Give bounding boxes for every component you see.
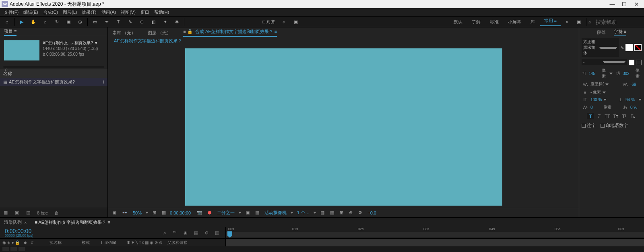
col-parent[interactable]: 父级和链接	[167, 240, 188, 246]
timeline-track-area[interactable]	[225, 239, 644, 247]
faux-italic[interactable]: T	[595, 113, 603, 119]
paragraph-tab[interactable]: 段落	[597, 29, 606, 35]
col-number[interactable]: #	[31, 240, 45, 245]
character-tab[interactable]: 字符 ≡	[614, 29, 626, 36]
font-size-value[interactable]: 145	[589, 71, 600, 76]
search-input[interactable]	[594, 18, 642, 26]
tl-draft3d-icon[interactable]: ◉	[182, 229, 189, 236]
comp-name-label[interactable]: AE怎样制作文…- 翻页效果? ▼	[43, 40, 98, 46]
composition-thumbnail[interactable]	[4, 40, 39, 60]
exposure-icon[interactable]: ⚙	[357, 210, 364, 215]
new-folder-button[interactable]: ▣	[13, 209, 21, 217]
new-comp-button[interactable]: ▥	[24, 209, 32, 217]
vb1-icon[interactable]: ▥	[319, 210, 326, 215]
bbox-icon[interactable]: ▣	[291, 17, 301, 27]
resolution-icon[interactable]: ⊞	[151, 210, 158, 215]
magnify-icon[interactable]: ▣	[111, 210, 118, 215]
bpc-button[interactable]: 8 bpc	[35, 209, 50, 217]
workspace-more-icon[interactable]: »	[562, 17, 572, 27]
views-dropdown[interactable]: 1 个…	[296, 210, 311, 216]
vb4-icon[interactable]: ⊕	[347, 210, 354, 215]
project-item[interactable]: ▦ AE怎样制作文字描边和翻页效果? ⫲	[0, 78, 107, 86]
switch-icons[interactable]: ✱✱╲fx▦◉⊘⊙	[127, 240, 163, 245]
render-queue-tab[interactable]: 渲染队列	[4, 219, 22, 225]
small-caps[interactable]: Tᴛ	[612, 113, 619, 119]
no-color-icon[interactable]	[636, 60, 642, 65]
stroke-color-swatch[interactable]	[634, 44, 642, 51]
leading-value[interactable]: 302	[623, 71, 634, 76]
snapshot-button[interactable]: 📷	[195, 210, 204, 215]
tsume-value[interactable]: 0 %	[630, 105, 642, 110]
time-ruler[interactable]: 00s 01s 02s 03s 04s 05s 06s	[225, 227, 644, 238]
home-tool[interactable]: ⌂	[2, 17, 12, 27]
workspace-default[interactable]: 默认	[450, 19, 466, 25]
flowchart-icon[interactable]: ⫲	[103, 79, 104, 85]
toggle-switch-3[interactable]	[19, 247, 25, 251]
magnet-icon[interactable]: ⟐	[279, 17, 289, 27]
source-tab[interactable]: 素材 （无）	[112, 30, 136, 36]
comp-tab[interactable]: ■ 🔒 合成 AE怎样制作文字描边和翻页效果？ ≡	[183, 29, 277, 37]
interpret-button[interactable]: ▦	[2, 209, 10, 217]
hscale-value[interactable]: 94 %	[625, 98, 637, 102]
comp-breadcrumb[interactable]: AE怎样制作文字描边和翻页效果？	[108, 38, 579, 46]
roto-tool[interactable]: ✦	[160, 17, 170, 27]
label-col-icon[interactable]: ◆	[24, 240, 27, 245]
workspace-library[interactable]: 库	[526, 19, 539, 25]
superscript[interactable]: T¹	[621, 113, 628, 119]
vscale-value[interactable]: 100 %	[590, 98, 602, 102]
pan-behind-tool[interactable]: ◷	[75, 17, 85, 27]
menu-effect[interactable]: 效果(T)	[79, 8, 99, 16]
vb3-icon[interactable]: ⊞	[338, 210, 345, 215]
hindi-checkbox[interactable]: 印地语数字	[601, 123, 628, 129]
tl-motion-blur-icon[interactable]: ⊘	[203, 229, 210, 236]
roi-icon[interactable]: ▣	[244, 210, 251, 215]
menu-edit[interactable]: 编辑(E)	[21, 8, 41, 16]
stroke-width-value[interactable]: - 像素	[590, 90, 601, 95]
grid-icon[interactable]: ▦	[160, 210, 167, 215]
toggle-switch-2[interactable]	[10, 247, 17, 251]
orbit-tool[interactable]: ↻	[52, 17, 62, 27]
camera-dropdown[interactable]: 活动摄像机	[263, 210, 288, 216]
minimize-button[interactable]: —	[606, 0, 618, 8]
transparency-icon[interactable]: ▦	[254, 210, 261, 215]
maximize-button[interactable]: ☐	[618, 0, 630, 8]
workspace-small[interactable]: 小屏幕	[504, 19, 525, 25]
brush-tool[interactable]: ✎	[125, 17, 135, 27]
workspace-common[interactable]: 常用 ≡	[540, 18, 561, 26]
tl-search-icon[interactable]: ⌕	[161, 229, 168, 236]
all-caps[interactable]: TT	[604, 113, 611, 119]
faux-bold[interactable]: T	[587, 113, 594, 119]
font-family-dropdown[interactable]: 方正粗黑宋简体	[582, 38, 619, 57]
mask-icon[interactable]: 👓	[120, 210, 129, 215]
puppet-tool[interactable]: ✱	[171, 17, 182, 27]
swap-colors-icon[interactable]	[629, 60, 634, 65]
layer-tab[interactable]: 图层 （无）	[148, 30, 171, 36]
snap-toggle[interactable]: □ 对齐	[260, 17, 278, 27]
rectangle-tool[interactable]: ▭	[90, 17, 100, 27]
zoom-value[interactable]: 50%	[132, 210, 143, 215]
tl-frame-blend-icon[interactable]: ▦	[192, 229, 200, 236]
project-search[interactable]	[3, 66, 104, 68]
ligature-checkbox[interactable]: 连字	[582, 123, 596, 129]
comp-timeline-tab[interactable]: ■ AE怎样制作文字描边和翻页效果？ ≡	[35, 219, 110, 225]
project-list[interactable]: ▦ AE怎样制作文字描边和翻页效果? ⫲	[0, 78, 107, 208]
menu-view[interactable]: 视图(V)	[118, 8, 138, 16]
menu-file[interactable]: 文件(F)	[2, 8, 21, 16]
preview-time[interactable]	[170, 210, 192, 215]
menu-help[interactable]: 帮助(H)	[152, 8, 171, 16]
menu-window[interactable]: 窗口	[138, 8, 152, 16]
eraser-tool[interactable]: ◧	[148, 17, 159, 27]
close-button[interactable]: ✕	[630, 0, 642, 8]
exposure-value[interactable]: +0.0	[366, 210, 378, 215]
clone-tool[interactable]: ⊕	[136, 17, 147, 27]
selection-tool[interactable]: ▶	[17, 17, 27, 27]
composition-canvas[interactable]	[185, 48, 502, 206]
tl-shy-icon[interactable]: *⁺	[171, 229, 179, 236]
font-style-dropdown[interactable]: -	[582, 59, 627, 65]
tl-graph-icon[interactable]: ▥	[213, 229, 221, 236]
vb2-icon[interactable]: ▦	[328, 210, 336, 215]
canvas-area[interactable]	[108, 46, 579, 208]
tab-close-icon[interactable]: ×	[24, 220, 27, 225]
subscript[interactable]: T₁	[629, 113, 636, 119]
resolution-dropdown[interactable]: 二分之一	[216, 210, 236, 216]
